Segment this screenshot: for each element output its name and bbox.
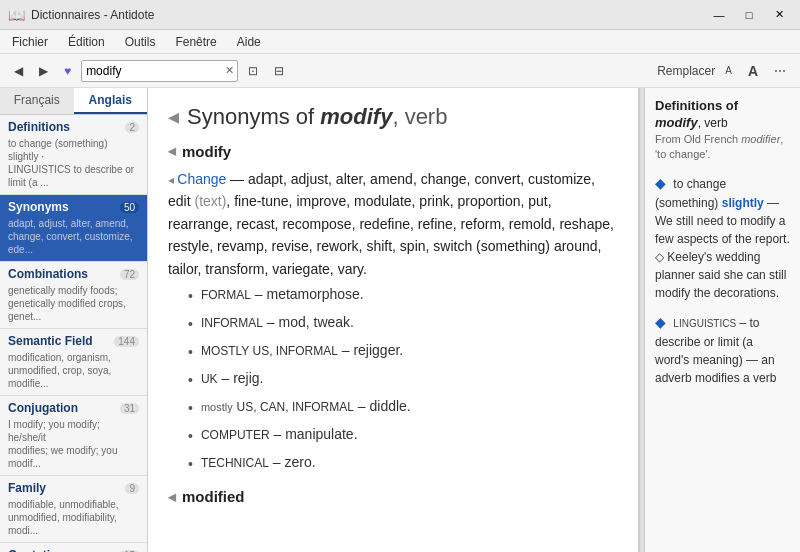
sidebar-item-synonyms[interactable]: Synonyms 50 adapt, adjust, alter, amend,… [0, 195, 147, 262]
change-group-arrow: ◂ [168, 173, 177, 187]
camera-icon-button[interactable]: ⊡ [242, 59, 264, 83]
list-item: • mostly US, CAN, INFORMAL – diddle. [188, 398, 618, 416]
content-title: ◂ Synonyms of modify , verb [168, 104, 618, 130]
section-arrow-2: ◂ [168, 488, 176, 506]
settings-button[interactable]: ⋯ [768, 59, 792, 83]
list-item: • FORMAL – metamorphose. [188, 286, 618, 304]
menu-outils[interactable]: Outils [121, 33, 160, 51]
definition-2: ◆ LINGUISTICS – to describe or limit (a … [655, 312, 790, 387]
definition-1: ◆ to change (something) slightly — We st… [655, 173, 790, 302]
title-bar-left: 📖 Dictionnaires - Antidote [8, 7, 154, 23]
def-bullet-1: ◆ [655, 175, 666, 191]
bookmark-button[interactable]: ♥ [58, 59, 77, 83]
modified-header: ◂ modified [168, 488, 618, 506]
sidebar-item-definitions[interactable]: Definitions 2 to change (something) slig… [0, 115, 147, 195]
title-prefix: Synonyms of [187, 104, 320, 130]
right-panel-source: From Old French modifier, 'to change'. [655, 132, 790, 163]
window-controls: — □ ✕ [706, 5, 792, 25]
close-button[interactable]: ✕ [766, 5, 792, 25]
font-small-button[interactable]: A [719, 59, 738, 83]
sidebar-item-quotations[interactable]: Quotations 15 All the modified descendan… [0, 543, 147, 552]
title-arrow: ◂ [168, 104, 179, 130]
section-arrow: ◂ [168, 142, 176, 160]
section-word-2: modified [182, 488, 245, 505]
title-pos: , verb [392, 104, 447, 130]
language-tabs: Français Anglais [0, 88, 147, 115]
modified-section: ◂ modified [168, 488, 618, 506]
list-item: • INFORMAL – mod, tweak. [188, 314, 618, 332]
menu-fenetre[interactable]: Fenêtre [171, 33, 220, 51]
def-bullet-2: ◆ [655, 314, 666, 330]
change-group: ◂ Change — adapt, adjust, alter, amend, … [168, 168, 618, 280]
font-large-button[interactable]: A [742, 59, 764, 83]
list-item: • MOSTLY US, INFORMAL – rejigger. [188, 342, 618, 360]
right-panel-word: modify, verb [655, 115, 790, 130]
forward-button[interactable]: ▶ [33, 59, 54, 83]
toolbar: ◀ ▶ ♥ ✕ ⊡ ⊟ Remplacer A A ⋯ [0, 54, 800, 88]
list-item: • TECHNICAL – zero. [188, 454, 618, 472]
clear-search-button[interactable]: ✕ [222, 64, 237, 77]
list-item: • COMPUTER – manipulate. [188, 426, 618, 444]
main-layout: Français Anglais Definitions 2 to change… [0, 88, 800, 552]
sidebar-item-conjugation[interactable]: Conjugation 31 I modify; you modify; he/… [0, 396, 147, 476]
replace-label: Remplacer [657, 64, 715, 78]
search-input[interactable] [82, 61, 222, 81]
tab-francais[interactable]: Français [0, 88, 74, 114]
sidebar-item-family[interactable]: Family 9 modifiable, unmodifiable,unmodi… [0, 476, 147, 543]
def-text-1: to change (something) slightly — We stil… [655, 177, 790, 300]
back-button[interactable]: ◀ [8, 59, 29, 83]
list-item: • UK – rejig. [188, 370, 618, 388]
section-word: modify [182, 143, 231, 160]
menu-aide[interactable]: Aide [233, 33, 265, 51]
window-title: Dictionnaires - Antidote [31, 8, 154, 22]
modify-header: ◂ modify [168, 142, 618, 160]
right-panel: Definitions of modify, verb From Old Fre… [645, 88, 800, 552]
modify-section: ◂ modify ◂ Change — adapt, adjust, alter… [168, 142, 618, 472]
content-area: ◂ Synonyms of modify , verb ◂ modify ◂ C… [148, 88, 639, 552]
def-text-2: LINGUISTICS – to describe or limit (a wo… [655, 316, 776, 385]
right-panel-title: Definitions of [655, 98, 790, 113]
sidebar-item-combinations[interactable]: Combinations 72 genetically modify foods… [0, 262, 147, 329]
menu-edition[interactable]: Édition [64, 33, 109, 51]
title-bar: 📖 Dictionnaires - Antidote — □ ✕ [0, 0, 800, 30]
change-link[interactable]: Change [177, 171, 226, 187]
menu-bar: Fichier Édition Outils Fenêtre Aide [0, 30, 800, 54]
tab-anglais[interactable]: Anglais [74, 88, 148, 114]
stamp-icon-button[interactable]: ⊟ [268, 59, 290, 83]
search-box: ✕ [81, 60, 238, 82]
menu-fichier[interactable]: Fichier [8, 33, 52, 51]
synonym-list: — adapt, adjust, alter, amend, change, c… [168, 171, 614, 277]
bullet-list: • FORMAL – metamorphose. • INFORMAL – mo… [188, 286, 618, 472]
toolbar-right: Remplacer A A ⋯ [657, 59, 792, 83]
sidebar-item-semantic[interactable]: Semantic Field 144 modification, organis… [0, 329, 147, 396]
title-word: modify [320, 104, 392, 130]
minimize-button[interactable]: — [706, 5, 732, 25]
maximize-button[interactable]: □ [736, 5, 762, 25]
sidebar: Français Anglais Definitions 2 to change… [0, 88, 148, 552]
